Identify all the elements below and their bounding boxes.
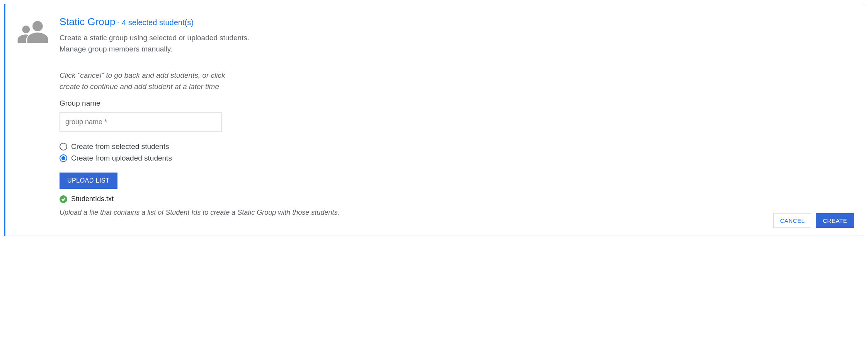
content-column: Static Group - 4 selected student(s) Cre… xyxy=(60,16,852,228)
panel-description: Create a static group using selected or … xyxy=(60,32,276,55)
radio-icon xyxy=(60,154,67,162)
people-icon xyxy=(17,20,48,44)
panel-title: Static Group xyxy=(60,16,116,27)
cancel-button[interactable]: CANCEL xyxy=(773,213,811,228)
title-line: Static Group - 4 selected student(s) xyxy=(60,16,852,28)
icon-column xyxy=(17,16,48,228)
create-button[interactable]: CREATE xyxy=(816,213,854,228)
uploaded-file-row: StudentIds.txt xyxy=(60,195,852,203)
upload-list-button[interactable]: UPLOAD LIST xyxy=(60,173,117,189)
svg-point-0 xyxy=(32,21,43,31)
group-name-input[interactable] xyxy=(60,112,222,132)
static-group-panel: Static Group - 4 selected student(s) Cre… xyxy=(4,4,864,236)
radio-create-from-selected[interactable]: Create from selected students xyxy=(60,142,852,151)
radio-label: Create from selected students xyxy=(71,142,169,151)
check-circle-icon xyxy=(60,195,67,203)
svg-point-1 xyxy=(22,26,30,33)
panel-title-suffix: - 4 selected student(s) xyxy=(117,18,194,27)
upload-hint: Upload a file that contains a list of St… xyxy=(60,209,852,217)
create-mode-radio-group: Create from selected students Create fro… xyxy=(60,142,852,162)
footer-buttons: CANCEL CREATE xyxy=(773,213,854,228)
radio-icon xyxy=(60,143,67,150)
radio-create-from-uploaded[interactable]: Create from uploaded students xyxy=(60,154,852,162)
form-hint: Click "cancel" to go back and add studen… xyxy=(60,70,245,92)
radio-label: Create from uploaded students xyxy=(71,154,172,162)
group-name-label: Group name xyxy=(60,99,852,108)
uploaded-file-name: StudentIds.txt xyxy=(71,195,114,203)
